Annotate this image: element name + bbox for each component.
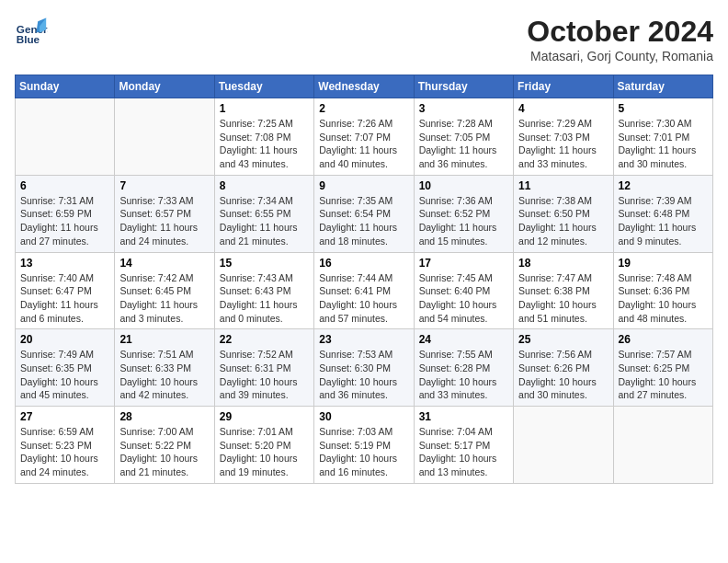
- calendar-cell: 26Sunrise: 7:57 AM Sunset: 6:25 PM Dayli…: [613, 329, 712, 407]
- day-number: 3: [419, 102, 508, 115]
- calendar-cell: 19Sunrise: 7:48 AM Sunset: 6:36 PM Dayli…: [613, 252, 712, 329]
- calendar-cell: 31Sunrise: 7:04 AM Sunset: 5:17 PM Dayli…: [414, 407, 513, 484]
- calendar-cell: 4Sunrise: 7:29 AM Sunset: 7:03 PM Daylig…: [514, 98, 613, 176]
- calendar-cell: 28Sunrise: 7:00 AM Sunset: 5:22 PM Dayli…: [115, 407, 214, 484]
- calendar-cell: 8Sunrise: 7:34 AM Sunset: 6:55 PM Daylig…: [214, 175, 313, 252]
- day-info: Sunrise: 7:56 AM Sunset: 6:26 PM Dayligh…: [518, 348, 608, 402]
- day-info: Sunrise: 7:01 AM Sunset: 5:20 PM Dayligh…: [220, 425, 309, 479]
- calendar-cell: 21Sunrise: 7:51 AM Sunset: 6:33 PM Dayli…: [115, 329, 214, 407]
- calendar-cell: 11Sunrise: 7:38 AM Sunset: 6:50 PM Dayli…: [514, 175, 613, 252]
- day-info: Sunrise: 7:36 AM Sunset: 6:52 PM Dayligh…: [419, 194, 508, 248]
- day-info: Sunrise: 7:53 AM Sunset: 6:30 PM Dayligh…: [319, 348, 408, 402]
- calendar-week-1: 1Sunrise: 7:25 AM Sunset: 7:08 PM Daylig…: [16, 98, 713, 176]
- day-number: 18: [518, 257, 608, 270]
- logo: General Blue: [15, 15, 48, 48]
- calendar-cell: 3Sunrise: 7:28 AM Sunset: 7:05 PM Daylig…: [414, 98, 513, 176]
- calendar-cell: 5Sunrise: 7:30 AM Sunset: 7:01 PM Daylig…: [613, 98, 712, 176]
- day-number: 13: [20, 257, 109, 270]
- day-number: 28: [119, 410, 209, 423]
- day-info: Sunrise: 7:49 AM Sunset: 6:35 PM Dayligh…: [20, 348, 109, 402]
- day-info: Sunrise: 7:34 AM Sunset: 6:55 PM Dayligh…: [220, 194, 309, 248]
- day-number: 5: [619, 102, 708, 115]
- day-info: Sunrise: 7:03 AM Sunset: 5:19 PM Dayligh…: [319, 425, 408, 479]
- calendar-cell: 9Sunrise: 7:35 AM Sunset: 6:54 PM Daylig…: [314, 175, 414, 252]
- day-number: 19: [619, 257, 708, 270]
- weekday-header-monday: Monday: [115, 75, 214, 98]
- weekday-header-saturday: Saturday: [613, 75, 712, 98]
- day-info: Sunrise: 7:57 AM Sunset: 6:25 PM Dayligh…: [619, 348, 708, 402]
- calendar-cell: 16Sunrise: 7:44 AM Sunset: 6:41 PM Dayli…: [314, 252, 414, 329]
- calendar-cell: 14Sunrise: 7:42 AM Sunset: 6:45 PM Dayli…: [115, 252, 214, 329]
- day-info: Sunrise: 7:52 AM Sunset: 6:31 PM Dayligh…: [220, 348, 309, 402]
- day-number: 30: [319, 410, 408, 423]
- calendar-cell: 13Sunrise: 7:40 AM Sunset: 6:47 PM Dayli…: [16, 252, 115, 329]
- day-info: Sunrise: 7:00 AM Sunset: 5:22 PM Dayligh…: [119, 425, 209, 479]
- day-number: 6: [20, 179, 109, 192]
- day-number: 14: [119, 257, 209, 270]
- day-info: Sunrise: 7:45 AM Sunset: 6:40 PM Dayligh…: [419, 271, 508, 326]
- calendar-cell: 10Sunrise: 7:36 AM Sunset: 6:52 PM Dayli…: [414, 175, 513, 252]
- calendar-cell: 17Sunrise: 7:45 AM Sunset: 6:40 PM Dayli…: [414, 252, 513, 329]
- day-number: 31: [419, 410, 508, 423]
- day-number: 1: [220, 102, 309, 115]
- day-number: 17: [419, 257, 508, 270]
- calendar-cell: 29Sunrise: 7:01 AM Sunset: 5:20 PM Dayli…: [214, 407, 313, 484]
- calendar-cell: 24Sunrise: 7:55 AM Sunset: 6:28 PM Dayli…: [414, 329, 513, 407]
- day-number: 25: [518, 333, 608, 346]
- day-info: Sunrise: 7:47 AM Sunset: 6:38 PM Dayligh…: [518, 271, 608, 326]
- day-number: 10: [419, 179, 508, 192]
- day-number: 11: [518, 179, 608, 192]
- day-info: Sunrise: 7:55 AM Sunset: 6:28 PM Dayligh…: [419, 348, 508, 402]
- day-number: 29: [220, 410, 309, 423]
- calendar-title: October 2024: [527, 15, 713, 49]
- day-info: Sunrise: 7:31 AM Sunset: 6:59 PM Dayligh…: [20, 194, 109, 248]
- calendar-cell: 22Sunrise: 7:52 AM Sunset: 6:31 PM Dayli…: [214, 329, 313, 407]
- day-info: Sunrise: 7:40 AM Sunset: 6:47 PM Dayligh…: [20, 271, 109, 326]
- day-number: 22: [220, 333, 309, 346]
- day-info: Sunrise: 7:42 AM Sunset: 6:45 PM Dayligh…: [119, 271, 209, 326]
- day-number: 24: [419, 333, 508, 346]
- day-info: Sunrise: 7:25 AM Sunset: 7:08 PM Dayligh…: [220, 117, 309, 171]
- logo-icon: General Blue: [15, 15, 48, 48]
- day-number: 7: [119, 179, 209, 192]
- day-number: 26: [619, 333, 708, 346]
- day-number: 23: [319, 333, 408, 346]
- weekday-header-tuesday: Tuesday: [214, 75, 313, 98]
- day-info: Sunrise: 7:39 AM Sunset: 6:48 PM Dayligh…: [619, 194, 708, 248]
- day-info: Sunrise: 7:28 AM Sunset: 7:05 PM Dayligh…: [419, 117, 508, 171]
- day-info: Sunrise: 7:04 AM Sunset: 5:17 PM Dayligh…: [419, 425, 508, 479]
- day-info: Sunrise: 7:44 AM Sunset: 6:41 PM Dayligh…: [319, 271, 408, 326]
- calendar-cell: 18Sunrise: 7:47 AM Sunset: 6:38 PM Dayli…: [514, 252, 613, 329]
- day-info: Sunrise: 7:43 AM Sunset: 6:43 PM Dayligh…: [220, 271, 309, 326]
- calendar-cell: [613, 407, 712, 484]
- day-number: 12: [619, 179, 708, 192]
- calendar-cell: [16, 98, 115, 176]
- day-info: Sunrise: 7:33 AM Sunset: 6:57 PM Dayligh…: [119, 194, 209, 248]
- calendar-cell: [115, 98, 214, 176]
- weekday-header-thursday: Thursday: [414, 75, 513, 98]
- calendar-cell: 7Sunrise: 7:33 AM Sunset: 6:57 PM Daylig…: [115, 175, 214, 252]
- calendar-cell: 1Sunrise: 7:25 AM Sunset: 7:08 PM Daylig…: [214, 98, 313, 176]
- calendar-cell: 2Sunrise: 7:26 AM Sunset: 7:07 PM Daylig…: [314, 98, 414, 176]
- calendar-week-2: 6Sunrise: 7:31 AM Sunset: 6:59 PM Daylig…: [16, 175, 713, 252]
- day-info: Sunrise: 7:35 AM Sunset: 6:54 PM Dayligh…: [319, 194, 408, 248]
- day-info: Sunrise: 7:51 AM Sunset: 6:33 PM Dayligh…: [119, 348, 209, 402]
- day-number: 9: [319, 179, 408, 192]
- calendar-cell: 27Sunrise: 6:59 AM Sunset: 5:23 PM Dayli…: [16, 407, 115, 484]
- day-number: 8: [220, 179, 309, 192]
- calendar-cell: 12Sunrise: 7:39 AM Sunset: 6:48 PM Dayli…: [613, 175, 712, 252]
- calendar-cell: 30Sunrise: 7:03 AM Sunset: 5:19 PM Dayli…: [314, 407, 414, 484]
- weekday-header-sunday: Sunday: [16, 75, 115, 98]
- calendar-subtitle: Matasari, Gorj County, Romania: [527, 49, 713, 63]
- calendar-cell: [514, 407, 613, 484]
- day-info: Sunrise: 7:30 AM Sunset: 7:01 PM Dayligh…: [619, 117, 708, 171]
- calendar-cell: 23Sunrise: 7:53 AM Sunset: 6:30 PM Dayli…: [314, 329, 414, 407]
- day-number: 15: [220, 257, 309, 270]
- weekday-header-row: SundayMondayTuesdayWednesdayThursdayFrid…: [16, 75, 713, 98]
- day-number: 16: [319, 257, 408, 270]
- day-number: 4: [518, 102, 608, 115]
- weekday-header-wednesday: Wednesday: [314, 75, 414, 98]
- calendar-table: SundayMondayTuesdayWednesdayThursdayFrid…: [15, 75, 713, 484]
- calendar-cell: 15Sunrise: 7:43 AM Sunset: 6:43 PM Dayli…: [214, 252, 313, 329]
- weekday-header-friday: Friday: [514, 75, 613, 98]
